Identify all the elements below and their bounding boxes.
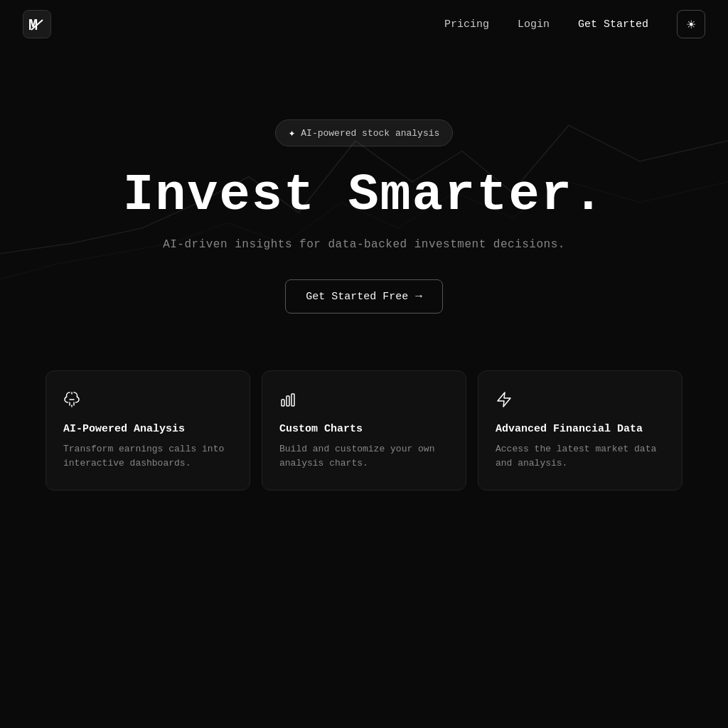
bolt-icon (496, 391, 665, 413)
hero-section: ✦ AI-powered stock analysis Invest Smart… (0, 48, 728, 356)
cta-button[interactable]: Get Started Free → (285, 279, 443, 314)
nav-links: Pricing Login Get Started ☀ (444, 10, 705, 38)
hero-subtitle: AI-driven insights for data-backed inves… (163, 238, 565, 251)
badge-text: AI-powered stock analysis (301, 128, 439, 139)
svg-rect-2 (282, 400, 284, 406)
svg-rect-4 (291, 394, 294, 406)
logo[interactable]: M (23, 10, 51, 38)
svg-rect-3 (287, 396, 289, 406)
logo-icon: M (23, 10, 51, 38)
feature-card-ai: AI-Powered Analysis Transform earnings c… (46, 370, 250, 491)
hero-title: Invest Smarter. (123, 168, 605, 224)
bar-chart-icon (279, 391, 449, 413)
nav-pricing-link[interactable]: Pricing (444, 18, 489, 31)
feature-desc-charts: Build and customize your own analysis ch… (279, 442, 449, 470)
feature-title-charts: Custom Charts (279, 423, 449, 435)
nav-get-started-link[interactable]: Get Started (578, 18, 648, 31)
feature-title-financial: Advanced Financial Data (496, 423, 665, 435)
feature-card-financial: Advanced Financial Data Access the lates… (478, 370, 682, 491)
hero-badge: ✦ AI-powered stock analysis (275, 119, 454, 146)
features-section: AI-Powered Analysis Transform earnings c… (0, 356, 728, 533)
badge-star-icon: ✦ (289, 126, 296, 140)
feature-desc-ai: Transform earnings calls into interactiv… (63, 442, 232, 470)
cta-label: Get Started Free (306, 291, 408, 303)
theme-toggle-button[interactable]: ☀ (677, 10, 705, 38)
nav-login-link[interactable]: Login (518, 18, 550, 31)
navbar: M Pricing Login Get Started ☀ (0, 0, 728, 48)
brain-icon (63, 391, 232, 413)
feature-title-ai: AI-Powered Analysis (63, 423, 232, 435)
arrow-icon: → (415, 290, 422, 303)
feature-card-charts: Custom Charts Build and customize your o… (262, 370, 466, 491)
feature-desc-financial: Access the latest market data and analys… (496, 442, 665, 470)
